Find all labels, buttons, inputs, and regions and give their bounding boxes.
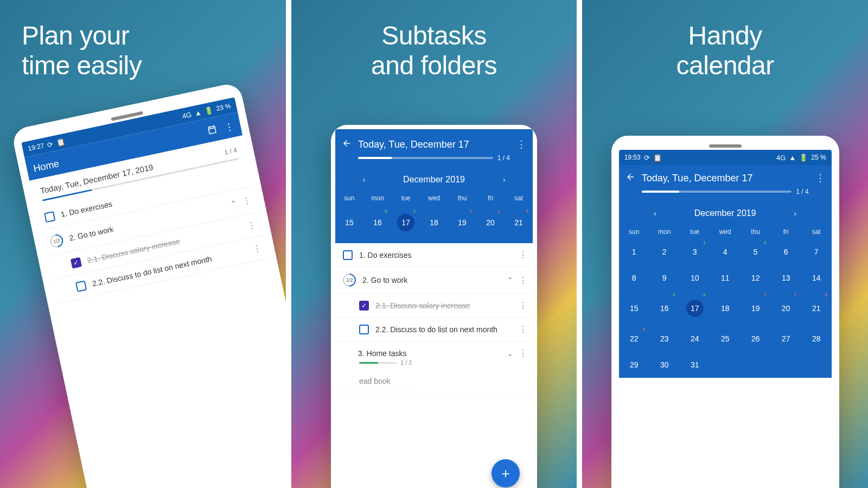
calendar-day[interactable]: 7 bbox=[801, 239, 832, 265]
chevron-down-icon[interactable]: ⌄ bbox=[507, 349, 513, 358]
more-icon[interactable]: ⋮ bbox=[519, 300, 527, 310]
chevron-up-icon[interactable]: ⌃ bbox=[507, 276, 513, 284]
task-row[interactable]: 3. Home tasks ⌄⋮ bbox=[335, 341, 533, 359]
weekday-label: fri bbox=[771, 225, 801, 239]
calendar-day[interactable]: 27 bbox=[771, 326, 801, 352]
subtask-row[interactable]: ead book bbox=[335, 370, 533, 392]
day-badge: 4 bbox=[413, 208, 416, 214]
day-badge: 3 bbox=[526, 208, 528, 214]
calendar-day[interactable]: 31 bbox=[680, 239, 710, 265]
statusbar-time: 19:53 bbox=[624, 154, 641, 161]
calendar-icon[interactable] bbox=[206, 124, 218, 138]
subtask-title: 2.1. Discuss salary increase bbox=[375, 301, 512, 310]
progress-counter: 1 / 2 bbox=[400, 359, 412, 366]
chevron-left-icon[interactable]: ‹ bbox=[654, 209, 656, 218]
calendar-day[interactable]: 23 bbox=[649, 326, 680, 352]
chevron-up-icon[interactable]: ⌃ bbox=[229, 198, 238, 208]
chevron-left-icon[interactable]: ‹ bbox=[362, 175, 365, 184]
calendar-day[interactable]: 18 bbox=[710, 291, 741, 326]
chevron-right-icon[interactable]: › bbox=[794, 209, 797, 218]
more-icon[interactable]: ⋮ bbox=[241, 195, 252, 207]
app-bar: Today, Tue, December 17 ⋮ 1 / 4 bbox=[335, 129, 533, 168]
checkbox-checked-icon[interactable]: ✓ bbox=[359, 301, 369, 310]
tasks-container: 1. Do exercises ⋮ 1/2 2. Go to work ⌃⋮ ✓… bbox=[335, 243, 533, 392]
task-row[interactable]: 1. Do exercises ⋮ bbox=[335, 243, 533, 267]
weekday-label: thu bbox=[741, 225, 771, 239]
calendar-day[interactable]: 174 bbox=[392, 207, 420, 238]
calendar-day[interactable]: 224 bbox=[619, 326, 649, 352]
weekday-label: mon bbox=[649, 225, 680, 239]
calendar-day[interactable]: 13 bbox=[771, 265, 801, 291]
more-icon[interactable]: ⋮ bbox=[519, 324, 527, 334]
calendar-day[interactable]: 9 bbox=[649, 265, 680, 291]
calendar-day[interactable]: 192 bbox=[448, 207, 476, 238]
subtask-progress: 1 / 2 bbox=[359, 359, 533, 370]
chevron-right-icon[interactable]: › bbox=[503, 175, 506, 184]
checkbox-checked-icon[interactable]: ✓ bbox=[71, 257, 82, 268]
day-badge: 4 bbox=[703, 292, 706, 297]
subtask-row[interactable]: ✓ 2.1. Discuss salary increase ⋮ bbox=[335, 294, 533, 318]
calendar-day[interactable]: 8 bbox=[619, 265, 649, 291]
more-icon[interactable]: ⋮ bbox=[519, 348, 527, 358]
calendar-day[interactable]: 11 bbox=[710, 265, 741, 291]
calendar-day[interactable]: 1 bbox=[619, 239, 649, 265]
headline-2: Subtasks and folders bbox=[291, 21, 577, 80]
more-icon[interactable]: ⋮ bbox=[519, 250, 527, 260]
subtask-title: ead book bbox=[359, 377, 527, 385]
calendar-day[interactable]: 4 bbox=[710, 239, 741, 265]
weekday-header: sunmontuewedthufrisat bbox=[619, 225, 832, 239]
calendar-day[interactable]: 14 bbox=[801, 265, 832, 291]
calendar-day[interactable]: 15 bbox=[619, 291, 649, 326]
back-arrow-icon[interactable] bbox=[626, 172, 635, 184]
subtask-title: 2.2. Discuss to do list on next month bbox=[375, 325, 512, 334]
calendar-day[interactable]: 15 bbox=[335, 207, 363, 238]
calendar-day[interactable]: 12 bbox=[741, 265, 771, 291]
calendar-day[interactable]: 6 bbox=[771, 239, 801, 265]
more-icon[interactable]: ⋮ bbox=[815, 172, 825, 184]
calendar-day[interactable]: 165 bbox=[363, 207, 392, 238]
header-progress: 1 / 4 bbox=[626, 188, 825, 199]
calendar-day[interactable]: 24 bbox=[680, 326, 710, 352]
more-icon[interactable]: ⋮ bbox=[246, 219, 257, 231]
calendar-day[interactable]: 201 bbox=[476, 207, 505, 238]
promo-panel-3: Handy calendar 19:53 ⟳ 📋 4G ▲ 🔋 25 % bbox=[577, 0, 868, 488]
more-icon[interactable]: ⋮ bbox=[519, 275, 527, 286]
checkbox-icon[interactable] bbox=[359, 325, 369, 334]
calendar-day[interactable]: 192 bbox=[741, 291, 771, 326]
phone-mockup-3: 19:53 ⟳ 📋 4G ▲ 🔋 25 % Today, Tue, Decemb… bbox=[611, 136, 839, 488]
calendar-day[interactable]: 55 bbox=[741, 239, 771, 265]
calendar-day[interactable]: 10 bbox=[680, 265, 710, 291]
calendar-day[interactable]: 28 bbox=[801, 326, 832, 352]
calendar-day[interactable]: 31 bbox=[680, 352, 710, 378]
calendar-day[interactable]: 201 bbox=[771, 291, 801, 326]
more-icon[interactable]: ⋮ bbox=[516, 138, 526, 150]
calendar-day[interactable]: 30 bbox=[649, 352, 680, 378]
task-row[interactable]: 1/2 2. Go to work ⌃⋮ bbox=[335, 267, 533, 294]
calendar-day[interactable]: 174 bbox=[680, 291, 710, 326]
calendar-day[interactable]: 25 bbox=[710, 326, 741, 352]
checkbox-icon[interactable] bbox=[44, 211, 55, 223]
more-icon[interactable]: ⋮ bbox=[251, 243, 262, 255]
more-icon[interactable]: ⋮ bbox=[223, 121, 235, 134]
calendar-day[interactable]: 2 bbox=[649, 239, 680, 265]
calendar-day[interactable]: 213 bbox=[505, 207, 533, 238]
calendar-day[interactable]: 18 bbox=[420, 207, 448, 238]
weekday-label: thu bbox=[448, 191, 476, 205]
subtask-row[interactable]: 2.2. Discuss to do list on next month ⋮ bbox=[335, 318, 533, 341]
checkbox-icon[interactable] bbox=[343, 250, 353, 260]
app-bar: Today, Tue, December 17 ⋮ 1 / 4 bbox=[619, 165, 832, 202]
weekday-label: wed bbox=[420, 191, 448, 205]
day-badge: 1 bbox=[497, 208, 500, 214]
signal-icon: ▲ bbox=[789, 154, 796, 162]
checkbox-icon[interactable] bbox=[75, 280, 87, 291]
signal-icon: ▲ bbox=[194, 108, 202, 117]
calendar-day[interactable]: 26 bbox=[741, 326, 771, 352]
calendar-day[interactable]: 213 bbox=[801, 291, 832, 326]
calendar-day[interactable]: 29 bbox=[619, 352, 649, 378]
add-button[interactable]: + bbox=[492, 459, 520, 487]
back-arrow-icon[interactable] bbox=[342, 138, 352, 150]
clipboard-icon: 📋 bbox=[653, 154, 662, 162]
calendar-day[interactable]: 165 bbox=[649, 291, 680, 326]
week-row: 1516517418192201213 bbox=[335, 205, 533, 243]
day-badge: 1 bbox=[703, 240, 706, 245]
